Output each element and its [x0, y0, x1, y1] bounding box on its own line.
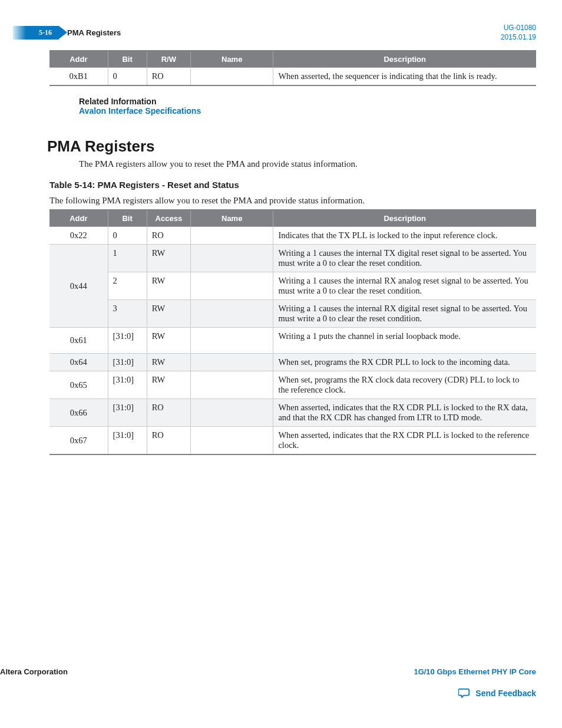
related-information: Related Information Avalon Interface Spe… [79, 97, 536, 116]
th-addr: Addr [49, 51, 108, 68]
cell-addr: 0x44 [49, 245, 108, 328]
cell-access: RW [147, 245, 190, 272]
feedback-icon [458, 688, 471, 699]
related-title: Related Information [79, 97, 536, 106]
cell-desc: When asserted, indicates that the RX CDR… [273, 427, 536, 455]
th-access: Access [147, 210, 190, 227]
cell-bit: 0 [108, 68, 147, 86]
cell-desc: Indicates that the TX PLL is locked to t… [273, 227, 536, 245]
cell-name [191, 68, 273, 86]
cell-access: RW [147, 371, 190, 399]
th-name: Name [191, 210, 273, 227]
cell-bit: [31:0] [108, 427, 147, 455]
cell-bit: 3 [108, 300, 147, 328]
table-caption: Table 5-14: PMA Registers - Reset and St… [49, 180, 536, 190]
section-title: PMA Registers [47, 137, 536, 156]
table-row: 0x22 0 RO Indicates that the TX PLL is l… [49, 227, 536, 245]
header-left: 5-16 PMA Registers [26, 26, 121, 39]
page-footer: Altera Corporation 1G/10 Gbps Ethernet P… [0, 667, 536, 699]
table-row: 0x67 [31:0] RO When asserted, indicates … [49, 427, 536, 455]
table-row: 3 RW Writing a 1 causes the internal RX … [49, 300, 536, 328]
footer-product: 1G/10 Gbps Ethernet PHY IP Core [414, 667, 536, 676]
cell-desc: Writing a 1 causes the internal RX analo… [273, 272, 536, 300]
avalon-link[interactable]: Avalon Interface Specifications [79, 106, 201, 116]
table-row: 0x66 [31:0] RO When asserted, indicates … [49, 399, 536, 427]
top-register-table: Addr Bit R/W Name Description 0xB1 0 RO … [49, 50, 536, 86]
cell-access: RW [147, 300, 190, 328]
cell-access: RO [147, 399, 190, 427]
table-row: 0x64 [31:0] RW When set, programs the RX… [49, 354, 536, 371]
table-row: 0x44 1 RW Writing a 1 causes the interna… [49, 245, 536, 272]
cell-addr: 0x64 [49, 354, 108, 371]
cell-desc: Writing a 1 puts the channel in serial l… [273, 328, 536, 354]
cell-bit: 2 [108, 272, 147, 300]
table-row: 0x65 [31:0] RW When set, programs the RX… [49, 371, 536, 399]
page-number: 5-16 [39, 28, 52, 37]
cell-name [191, 272, 273, 300]
cell-bit: 1 [108, 245, 147, 272]
th-bit: Bit [108, 210, 147, 227]
cell-name [191, 245, 273, 272]
th-desc: Description [273, 210, 536, 227]
th-addr: Addr [49, 210, 108, 227]
th-desc: Description [273, 51, 536, 68]
cell-desc: Writing a 1 causes the internal TX digit… [273, 245, 536, 272]
pma-registers-table: Addr Bit Access Name Description 0x22 0 … [49, 209, 536, 455]
cell-name [191, 427, 273, 455]
page-number-tab: 5-16 [26, 26, 59, 39]
cell-addr: 0x66 [49, 399, 108, 427]
table-row: 0xB1 0 RO When asserted, the sequencer i… [49, 68, 536, 86]
cell-addr: 0x22 [49, 227, 108, 245]
doc-id: UG-01080 [501, 24, 536, 33]
cell-access: RW [147, 328, 190, 354]
page-header: 5-16 PMA Registers UG-01080 2015.01.19 [26, 24, 536, 42]
cell-name [191, 371, 273, 399]
cell-desc: When asserted, indicates that the RX CDR… [273, 399, 536, 427]
cell-name [191, 328, 273, 354]
cell-rw: RO [147, 68, 190, 86]
cell-bit: [31:0] [108, 371, 147, 399]
cell-desc: When asserted, the sequencer is indicati… [273, 68, 536, 86]
send-feedback-link[interactable]: Send Feedback [475, 689, 536, 698]
cell-access: RO [147, 427, 190, 455]
doc-date: 2015.01.19 [501, 33, 536, 42]
footer-company: Altera Corporation [0, 667, 68, 676]
cell-access: RO [147, 227, 190, 245]
th-name: Name [191, 51, 273, 68]
table-lead: The following PMA registers allow you to… [49, 196, 536, 206]
cell-access: RW [147, 272, 190, 300]
cell-addr: 0x67 [49, 427, 108, 455]
cell-addr: 0x61 [49, 328, 108, 354]
cell-addr: 0xB1 [49, 68, 108, 86]
cell-bit: [31:0] [108, 354, 147, 371]
cell-desc: When set, programs the RX clock data rec… [273, 371, 536, 399]
cell-name [191, 399, 273, 427]
cell-desc: When set, programs the RX CDR PLL to loc… [273, 354, 536, 371]
cell-access: RW [147, 354, 190, 371]
cell-name [191, 227, 273, 245]
header-right: UG-01080 2015.01.19 [501, 24, 536, 42]
cell-name [191, 354, 273, 371]
cell-desc: Writing a 1 causes the internal RX digit… [273, 300, 536, 328]
cell-name [191, 300, 273, 328]
th-bit: Bit [108, 51, 147, 68]
cell-addr: 0x65 [49, 371, 108, 399]
cell-bit: [31:0] [108, 399, 147, 427]
table-row: 2 RW Writing a 1 causes the internal RX … [49, 272, 536, 300]
table-row: 0x61 [31:0] RW Writing a 1 puts the chan… [49, 328, 536, 354]
breadcrumb: PMA Registers [67, 28, 121, 37]
cell-bit: [31:0] [108, 328, 147, 354]
cell-bit: 0 [108, 227, 147, 245]
th-rw: R/W [147, 51, 190, 68]
section-intro: The PMA registers allow you to reset the… [79, 159, 536, 169]
